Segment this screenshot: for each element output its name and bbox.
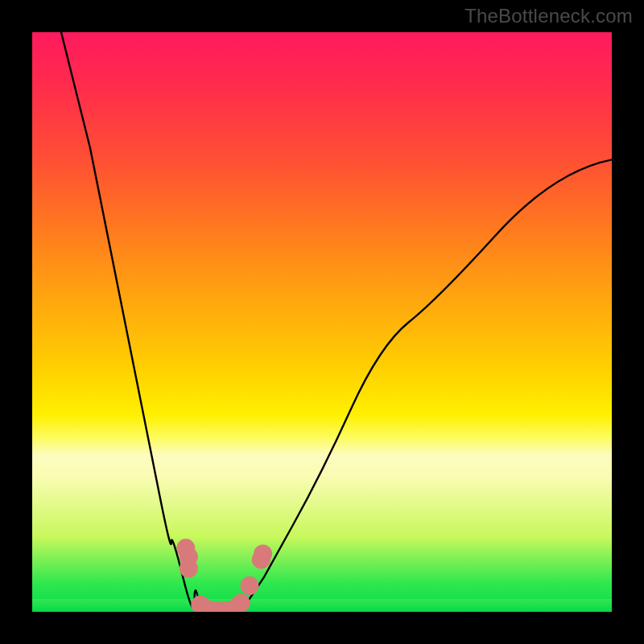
- marker-dot: [254, 544, 272, 563]
- series-right-branch: [241, 159, 612, 612]
- curve-layer: [32, 32, 612, 612]
- watermark-text: TheBottleneck.com: [464, 5, 633, 27]
- series-left-branch: [61, 32, 206, 612]
- chart-stage: TheBottleneck.com: [0, 0, 644, 644]
- marker-dot: [232, 594, 250, 612]
- marker-dot: [180, 559, 198, 577]
- plot-area: [32, 32, 612, 612]
- marker-dot: [240, 576, 258, 595]
- bottleneck-curve: [61, 32, 612, 612]
- curve-markers: [176, 539, 272, 612]
